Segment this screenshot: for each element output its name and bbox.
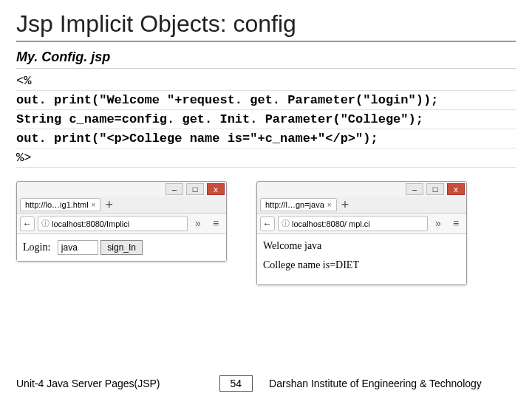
minimize-icon[interactable]: – — [166, 183, 183, 195]
code-block: <% out. print("Welcome "+request. get. P… — [16, 72, 516, 168]
info-icon[interactable]: ⓘ — [282, 218, 290, 229]
login-label: Login: — [23, 242, 50, 253]
address-text: localhost:8080/ mpl.ci — [292, 219, 370, 228]
maximize-icon[interactable]: □ — [186, 183, 204, 195]
address-bar[interactable]: ⓘ localhost:8080/ mpl.ci — [278, 216, 428, 231]
page-number: 54 — [219, 375, 253, 392]
address-text: localhost:8080/Implici — [52, 219, 129, 228]
footer-institute: Darshan Institute of Engineering & Techn… — [269, 378, 516, 389]
maximize-icon[interactable]: □ — [426, 183, 444, 195]
code-line: %> — [16, 149, 516, 168]
code-filename: My. Config. jsp — [16, 50, 516, 69]
tab-close-icon[interactable]: × — [327, 201, 332, 209]
code-line: out. print("Welcome "+request. get. Para… — [16, 91, 516, 110]
slide-footer: Unit-4 Java Server Pages(JSP) 54 Darshan… — [16, 375, 516, 392]
footer-unit: Unit-4 Java Server Pages(JSP) — [16, 378, 160, 389]
code-line: out. print("<p>College name is="+c_name+… — [16, 129, 516, 149]
browser-tab[interactable]: http://l…gn=java × — [260, 198, 337, 211]
tab-title: http://l…gn=java — [265, 200, 324, 209]
new-tab-icon[interactable]: + — [105, 200, 113, 210]
back-icon[interactable]: ← — [260, 216, 275, 231]
close-icon[interactable]: x — [207, 183, 225, 195]
browser-tab[interactable]: http://lo…ig1.html × — [20, 198, 100, 211]
code-line: <% — [16, 72, 516, 91]
menu-icon[interactable]: ≡ — [208, 216, 223, 231]
address-bar[interactable]: ⓘ localhost:8080/Implici — [38, 216, 188, 231]
close-icon[interactable]: x — [447, 183, 465, 195]
minimize-icon[interactable]: – — [406, 183, 423, 195]
back-icon[interactable]: ← — [20, 216, 35, 231]
browser-window-input: – □ x http://lo…ig1.html × + ← ⓘ localho… — [16, 181, 227, 262]
code-line: String c_name=config. get. Init. Paramet… — [16, 110, 516, 129]
signin-button[interactable]: sign_In — [100, 240, 143, 255]
welcome-text: Welcome java — [263, 240, 460, 252]
info-icon[interactable]: ⓘ — [41, 218, 50, 229]
chevron-icon[interactable]: » — [191, 216, 205, 231]
login-input[interactable] — [58, 240, 98, 255]
menu-icon[interactable]: ≡ — [449, 216, 463, 231]
tab-title: http://lo…ig1.html — [25, 200, 89, 209]
new-tab-icon[interactable]: + — [341, 200, 349, 210]
tab-close-icon[interactable]: × — [92, 201, 96, 209]
college-text: College name is=DIET — [263, 259, 460, 271]
browser-window-output: – □ x http://l…gn=java × + ← ⓘ localhost… — [256, 181, 467, 285]
page-title: Jsp Implicit Objects: config — [16, 10, 516, 42]
chevron-icon[interactable]: » — [431, 216, 446, 231]
